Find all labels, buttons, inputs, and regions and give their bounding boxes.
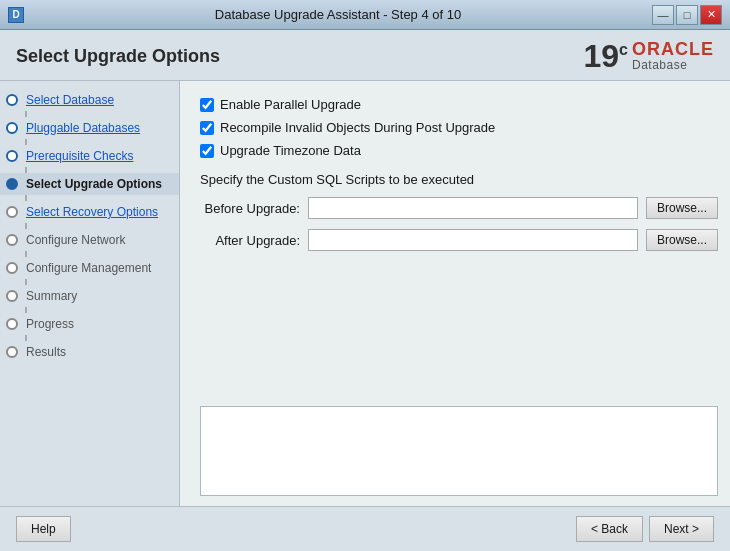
checkbox-row-parallel: Enable Parallel Upgrade xyxy=(200,97,718,112)
sidebar-item-upgrade-options[interactable]: Select Upgrade Options xyxy=(0,173,179,195)
sidebar-item-progress: Progress xyxy=(0,313,179,335)
sidebar-item-pluggable[interactable]: Pluggable Databases xyxy=(0,117,179,139)
title-bar-buttons: — □ ✕ xyxy=(652,5,722,25)
upgrade-timezone-label[interactable]: Upgrade Timezone Data xyxy=(220,143,361,158)
before-upgrade-row: Before Upgrade: Browse... xyxy=(200,197,718,219)
checkbox-row-timezone: Upgrade Timezone Data xyxy=(200,143,718,158)
after-upgrade-browse-button[interactable]: Browse... xyxy=(646,229,718,251)
oracle-db-text: Database xyxy=(632,58,687,72)
footer: Help < Back Next > xyxy=(0,506,730,551)
title-bar: D Database Upgrade Assistant - Step 4 of… xyxy=(0,0,730,30)
sidebar-item-select-database[interactable]: Select Database xyxy=(0,89,179,111)
oracle-brand: ORACLE Database xyxy=(632,40,714,72)
sidebar-item-summary: Summary xyxy=(0,285,179,307)
bullet-results xyxy=(6,346,18,358)
oracle-version: 19c xyxy=(584,40,629,72)
header: Select Upgrade Options 19c ORACLE Databa… xyxy=(0,30,730,81)
bullet-prerequisite xyxy=(6,150,18,162)
bullet-upgrade-options xyxy=(6,178,18,190)
after-upgrade-input[interactable] xyxy=(308,229,638,251)
bullet-pluggable xyxy=(6,122,18,134)
oracle-logo: 19c ORACLE Database xyxy=(584,40,715,72)
sidebar: Select Database Pluggable Databases Prer… xyxy=(0,81,180,506)
main-panel: Enable Parallel Upgrade Recompile Invali… xyxy=(180,81,730,398)
bullet-recovery-options xyxy=(6,206,18,218)
before-upgrade-browse-button[interactable]: Browse... xyxy=(646,197,718,219)
after-upgrade-row: After Upgrade: Browse... xyxy=(200,229,718,251)
after-upgrade-label: After Upgrade: xyxy=(200,233,300,248)
sidebar-item-configure-management: Configure Management xyxy=(0,257,179,279)
enable-parallel-label[interactable]: Enable Parallel Upgrade xyxy=(220,97,361,112)
main-window: Select Upgrade Options 19c ORACLE Databa… xyxy=(0,30,730,551)
oracle-text: ORACLE xyxy=(632,40,714,58)
custom-sql-title: Specify the Custom SQL Scripts to be exe… xyxy=(200,172,718,187)
back-button[interactable]: < Back xyxy=(576,516,643,542)
bullet-configure-management xyxy=(6,262,18,274)
content-area: Select Database Pluggable Databases Prer… xyxy=(0,81,730,506)
maximize-button[interactable]: □ xyxy=(676,5,698,25)
sidebar-item-configure-network: Configure Network xyxy=(0,229,179,251)
close-button[interactable]: ✕ xyxy=(700,5,722,25)
recompile-invalid-label[interactable]: Recompile Invalid Objects During Post Up… xyxy=(220,120,495,135)
minimize-button[interactable]: — xyxy=(652,5,674,25)
enable-parallel-checkbox[interactable] xyxy=(200,98,214,112)
nav-buttons: < Back Next > xyxy=(576,516,714,542)
title-bar-text: Database Upgrade Assistant - Step 4 of 1… xyxy=(24,7,652,22)
help-button[interactable]: Help xyxy=(16,516,71,542)
page-title: Select Upgrade Options xyxy=(16,46,220,67)
info-box xyxy=(200,406,718,496)
checkbox-row-recompile: Recompile Invalid Objects During Post Up… xyxy=(200,120,718,135)
before-upgrade-input[interactable] xyxy=(308,197,638,219)
app-icon: D xyxy=(8,7,24,23)
bottom-area xyxy=(180,398,730,506)
sidebar-item-prerequisite[interactable]: Prerequisite Checks xyxy=(0,145,179,167)
before-upgrade-label: Before Upgrade: xyxy=(200,201,300,216)
bullet-select-database xyxy=(6,94,18,106)
bullet-summary xyxy=(6,290,18,302)
sidebar-item-results: Results xyxy=(0,341,179,363)
recompile-invalid-checkbox[interactable] xyxy=(200,121,214,135)
sidebar-item-recovery-options[interactable]: Select Recovery Options xyxy=(0,201,179,223)
bullet-configure-network xyxy=(6,234,18,246)
bullet-progress xyxy=(6,318,18,330)
upgrade-timezone-checkbox[interactable] xyxy=(200,144,214,158)
next-button[interactable]: Next > xyxy=(649,516,714,542)
